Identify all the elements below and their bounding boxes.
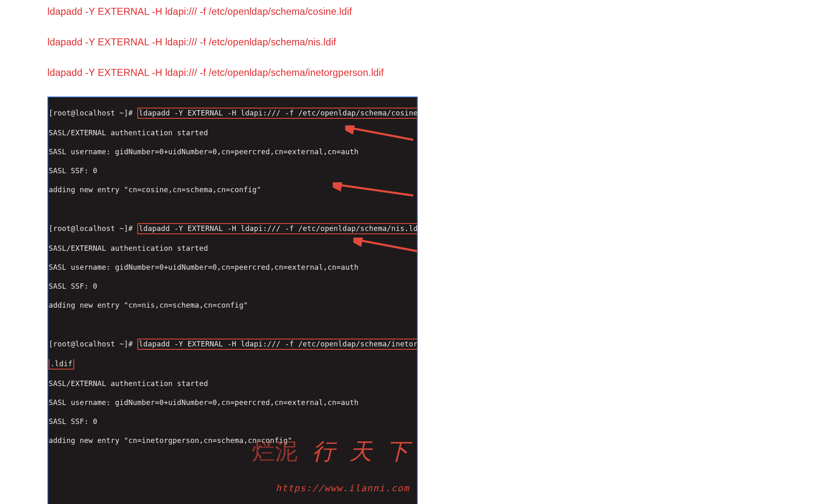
command-line: ldapadd -Y EXTERNAL -H ldapi:/// -f /etc…: [47, 66, 580, 79]
watermark-url: https://www.ilanni.com: [159, 484, 409, 493]
terminal-prompt: [root@localhost ~]#: [49, 340, 137, 348]
command-line: ldapadd -Y EXTERNAL -H ldapi:/// -f /etc…: [47, 35, 580, 49]
terminal-line: SASL SSF: 0: [49, 166, 416, 176]
terminal-line: SASL/EXTERNAL authentication started: [49, 128, 416, 138]
terminal-line: SASL/EXTERNAL authentication started: [49, 244, 416, 253]
article-body: ldapadd -Y EXTERNAL -H ldapi:/// -f /etc…: [15, 0, 580, 504]
watermark: 烂泥 行 天 下 https://www.ilanni.com: [159, 422, 409, 504]
terminal-output: [root@localhost ~]# ldapadd -Y EXTERNAL …: [48, 97, 417, 504]
highlighted-command: ldapadd -Y EXTERNAL -H ldapi:/// -f /etc…: [137, 108, 418, 119]
terminal-line: SASL SSF: 0: [49, 417, 416, 426]
highlighted-command: ldapadd -Y EXTERNAL -H ldapi:/// -f /etc…: [137, 339, 418, 350]
terminal-line: SASL username: gidNumber=0+uidNumber=0,c…: [49, 263, 416, 272]
highlighted-command: ldapadd -Y EXTERNAL -H ldapi:/// -f /etc…: [137, 223, 418, 234]
terminal-line: SASL/EXTERNAL authentication started: [49, 379, 416, 389]
terminal-line: adding new entry "cn=nis,cn=schema,cn=co…: [49, 301, 416, 310]
terminal-screenshot: [root@localhost ~]# ldapadd -Y EXTERNAL …: [47, 97, 418, 504]
terminal-line: SASL SSF: 0: [49, 282, 416, 291]
highlighted-command-wrap: .ldif: [49, 359, 74, 370]
terminal-prompt: [root@localhost ~]#: [49, 224, 137, 233]
terminal-line: SASL username: gidNumber=0+uidNumber=0,c…: [49, 398, 416, 407]
terminal-prompt: [root@localhost ~]#: [49, 109, 137, 117]
command-line: ldapadd -Y EXTERNAL -H ldapi:/// -f /etc…: [47, 5, 580, 18]
terminal-line: SASL username: gidNumber=0+uidNumber=0,c…: [49, 147, 416, 157]
terminal-line: adding new entry "cn=cosine,cn=schema,cn…: [49, 185, 416, 195]
terminal-line: adding new entry "cn=inetorgperson,cn=sc…: [49, 436, 416, 445]
